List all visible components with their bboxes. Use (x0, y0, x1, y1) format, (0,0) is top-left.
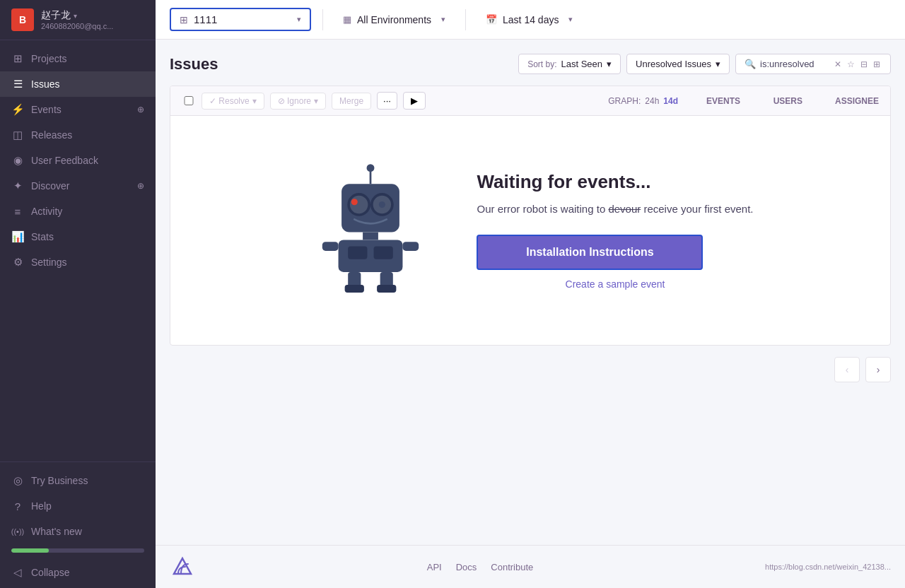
issues-icon: ☰ (11, 78, 24, 90)
sidebar-item-label: Discover (31, 180, 69, 192)
env-chevron-icon: ▾ (441, 15, 445, 24)
sidebar-item-whats-new[interactable]: ((•)) What's new (0, 519, 156, 544)
svg-rect-9 (363, 233, 379, 240)
merge-button[interactable]: Merge (332, 93, 371, 110)
svg-point-8 (379, 201, 385, 208)
api-link[interactable]: API (427, 562, 442, 572)
more-label: ··· (383, 95, 391, 106)
sidebar-item-events[interactable]: ⚡ Events ⊕ (0, 97, 156, 122)
contribute-link[interactable]: Contribute (491, 562, 533, 572)
sidebar-item-label: Releases (31, 129, 72, 141)
sidebar-item-settings[interactable]: ⚙ Settings (0, 249, 156, 275)
page-title: Issues (170, 55, 218, 74)
progress-bar-fill (11, 548, 49, 553)
date-icon: 📅 (486, 14, 497, 25)
sidebar-item-releases[interactable]: ◫ Releases (0, 122, 156, 148)
filter-button[interactable]: Unresolved Issues ▾ (626, 54, 730, 74)
sidebar-item-discover[interactable]: ✦ Discover ⊕ (0, 173, 156, 199)
svg-rect-18 (403, 242, 419, 251)
search-icon: 🔍 (745, 59, 756, 69)
sidebar-item-issues[interactable]: ☰ Issues (0, 71, 156, 97)
progress-bar-container (0, 544, 156, 560)
docs-link[interactable]: Docs (456, 562, 477, 572)
select-all-checkbox[interactable] (182, 96, 196, 105)
sentry-logo-svg (170, 554, 195, 580)
play-icon: ▶ (411, 95, 418, 106)
sidebar-item-activity[interactable]: ≡ Activity (0, 199, 156, 224)
date-label: Last 14 days (503, 14, 559, 25)
try-business-icon: ◎ (11, 474, 24, 487)
user-name: 赵子龙 ▾ (41, 9, 113, 22)
activity-icon: ≡ (11, 205, 24, 218)
issues-filters: Sort by: Last Seen ▾ Unresolved Issues ▾… (518, 54, 891, 74)
sidebar-header: B 赵子龙 ▾ 2460882060@qq.c... (0, 0, 156, 40)
discover-icon: ✦ (11, 180, 24, 192)
sidebar-item-user-feedback[interactable]: ◉ User Feedback (0, 148, 156, 173)
search-filter-button[interactable]: ⊟ (859, 59, 869, 69)
svg-rect-11 (349, 247, 368, 259)
resolve-label: ✓ Resolve (209, 96, 250, 106)
user-feedback-icon: ◉ (11, 154, 24, 167)
search-box[interactable]: 🔍 is:unresolved ✕ ☆ ⊟ ⊞ (735, 54, 891, 74)
empty-state: Waiting for events... Our error robot is… (170, 116, 890, 345)
resolve-button[interactable]: ✓ Resolve ▾ (202, 93, 264, 110)
main-content: ⊞ 1111 ▾ ▦ All Environments ▾ 📅 Last 14 … (156, 0, 905, 588)
installation-instructions-button[interactable]: Installation Instructions (477, 235, 703, 270)
sort-button[interactable]: Sort by: Last Seen ▾ (518, 54, 621, 74)
footer-links: API Docs Contribute (427, 562, 534, 572)
sidebar-item-projects[interactable]: ⊞ Projects (0, 46, 156, 71)
env-label: All Environments (357, 14, 431, 25)
stats-icon: 📊 (11, 230, 24, 243)
users-column-header: USERS (746, 96, 802, 106)
robot-svg (307, 158, 434, 300)
svg-rect-15 (345, 285, 364, 293)
sidebar-item-label: Events (31, 104, 62, 115)
resolve-chevron-icon: ▾ (252, 96, 257, 106)
date-selector[interactable]: 📅 Last 14 days ▾ (477, 10, 581, 30)
user-email: 2460882060@qq.c... (41, 22, 113, 30)
sidebar-item-try-business[interactable]: ◎ Try Business (0, 468, 156, 493)
projects-icon: ⊞ (11, 52, 24, 65)
play-button[interactable]: ▶ (403, 92, 426, 110)
progress-bar-bg (11, 548, 144, 553)
table-toolbar: ✓ Resolve ▾ ⊘ Ignore ▾ Merge ··· ▶ GRAPH (170, 86, 890, 116)
avatar: B (11, 8, 34, 31)
events-column-header: EVENTS (684, 96, 740, 106)
sidebar-item-collapse[interactable]: ◁ Collapse (0, 560, 156, 585)
prev-page-button[interactable]: ‹ (834, 357, 860, 382)
user-dropdown-icon[interactable]: ▾ (74, 12, 77, 20)
sidebar-item-stats[interactable]: 📊 Stats (0, 224, 156, 249)
sidebar-nav: ⊞ Projects ☰ Issues ⚡ Events ⊕ ◫ Release… (0, 40, 156, 461)
date-chevron-icon: ▾ (568, 15, 573, 24)
ignore-button[interactable]: ⊘ Ignore ▾ (270, 93, 326, 110)
graph-24h-button[interactable]: 24h (645, 96, 659, 106)
issues-header: Issues Sort by: Last Seen ▾ Unresolved I… (170, 54, 891, 74)
graph-14d-button[interactable]: 14d (663, 96, 678, 106)
sidebar-item-label: What's new (31, 526, 82, 537)
search-bookmark-button[interactable]: ☆ (846, 59, 856, 69)
robot-illustration (307, 158, 434, 302)
events-badge: ⊕ (137, 105, 144, 114)
next-page-button[interactable]: › (865, 357, 891, 382)
empty-content: Waiting for events... Our error robot is… (477, 171, 753, 290)
sidebar-item-help[interactable]: ? Help (0, 493, 156, 519)
sort-value: Last Seen (561, 59, 603, 69)
more-button[interactable]: ··· (377, 92, 397, 110)
pagination: ‹ › (170, 346, 891, 394)
sidebar-item-label: Help (31, 500, 52, 512)
search-clear-button[interactable]: ✕ (833, 59, 843, 69)
filter-value: Unresolved Issues (636, 59, 711, 69)
sidebar-item-label: Projects (31, 53, 67, 64)
sidebar-item-label: Try Business (31, 475, 88, 486)
sidebar-item-label: Settings (31, 257, 67, 268)
sidebar-item-label: Collapse (31, 567, 69, 578)
project-selector[interactable]: ⊞ 1111 ▾ (170, 8, 311, 31)
project-name: 1111 (194, 13, 217, 25)
waiting-desc: Our error robot is waiting to devour rec… (477, 201, 753, 218)
search-actions: ✕ ☆ ⊟ ⊞ (833, 59, 882, 69)
sidebar-item-label: Issues (31, 78, 59, 90)
topbar-divider-2 (465, 9, 466, 30)
search-settings-button[interactable]: ⊞ (872, 59, 882, 69)
create-sample-event-link[interactable]: Create a sample event (477, 278, 753, 290)
env-selector[interactable]: ▦ All Environments ▾ (334, 10, 454, 30)
